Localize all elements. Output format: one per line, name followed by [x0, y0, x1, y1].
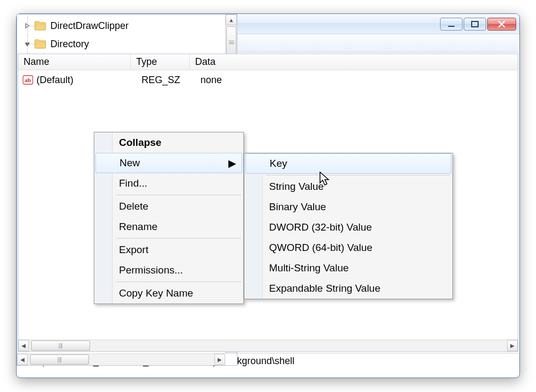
cursor-icon: [319, 172, 331, 187]
value-data: none: [200, 75, 518, 86]
ctx-permissions[interactable]: Permissions...: [94, 260, 243, 280]
ctx-rename[interactable]: Rename: [94, 217, 243, 237]
list-hscroll-thumb[interactable]: [31, 341, 90, 351]
list-hscroll-track[interactable]: [29, 340, 507, 351]
list-hscroll-right-button[interactable]: ▶: [507, 340, 518, 351]
ctx-new-expand[interactable]: Expandable String Value: [244, 278, 452, 299]
ctx-new-sep: [266, 175, 450, 175]
ctx-collapse[interactable]: Collapse: [94, 132, 243, 153]
ctx-sep-2: [116, 238, 241, 239]
ctx-find[interactable]: Find...: [94, 173, 243, 194]
list-hscroll-left-button[interactable]: ◀: [18, 340, 29, 351]
ctx-copy-key-name[interactable]: Copy Key Name: [94, 283, 243, 304]
ctx-sep-3: [116, 282, 241, 282]
tree-item[interactable]: DirectDrawClipper: [20, 17, 225, 35]
hscroll-track[interactable]: [28, 354, 214, 365]
context-submenu-new[interactable]: Key String Value Binary Value DWORD (32-…: [244, 153, 453, 299]
hscroll-right-button[interactable]: ▶: [214, 354, 225, 365]
ctx-delete[interactable]: Delete: [94, 196, 243, 217]
ctx-new-binary[interactable]: Binary Value: [244, 197, 452, 217]
tree-hscrollbar[interactable]: ◀ ▶: [17, 353, 225, 365]
window-buttons: [440, 18, 516, 31]
maximize-button[interactable]: [464, 18, 486, 31]
list-header[interactable]: Name Type Data: [18, 54, 518, 70]
svg-rect-5: [472, 21, 478, 27]
tree-item[interactable]: Directory: [20, 35, 225, 53]
ctx-export[interactable]: Export: [94, 240, 243, 260]
ctx-new[interactable]: New ▶: [95, 153, 242, 173]
value-name: (Default): [36, 75, 142, 86]
hscroll-thumb[interactable]: [30, 354, 89, 365]
scroll-up-button[interactable]: ▲: [226, 14, 237, 25]
ctx-new-label: New: [120, 157, 140, 168]
col-data[interactable]: Data: [190, 54, 518, 70]
minimize-button[interactable]: [440, 18, 463, 31]
context-menu[interactable]: Collapse New ▶ Find... Delete Rename Exp…: [94, 132, 244, 304]
svg-text:ab: ab: [25, 77, 31, 83]
svg-rect-4: [448, 26, 455, 27]
close-button[interactable]: [487, 18, 516, 31]
col-type[interactable]: Type: [131, 54, 190, 70]
list-hscrollbar[interactable]: ◀ ▶: [18, 339, 518, 351]
ctx-new-qword[interactable]: QWORD (64-bit) Value: [244, 238, 452, 258]
ctx-sep-1: [116, 195, 241, 195]
ctx-new-string[interactable]: String Value: [244, 176, 452, 197]
tree-item-label: DirectDrawClipper: [49, 20, 130, 32]
ctx-new-multi[interactable]: Multi-String Value: [244, 258, 452, 278]
col-name[interactable]: Name: [18, 54, 131, 70]
tree-item-label: Directory: [49, 38, 91, 50]
value-type: REG_SZ: [142, 75, 200, 86]
ctx-new-key[interactable]: Key: [245, 153, 451, 174]
submenu-arrow-icon: ▶: [228, 157, 236, 169]
ctx-new-dword[interactable]: DWORD (32-bit) Value: [244, 217, 452, 238]
list-row[interactable]: ab (Default) REG_SZ none: [18, 70, 518, 90]
reg-string-icon: ab: [23, 75, 33, 85]
hscroll-left-button[interactable]: ◀: [17, 354, 28, 365]
